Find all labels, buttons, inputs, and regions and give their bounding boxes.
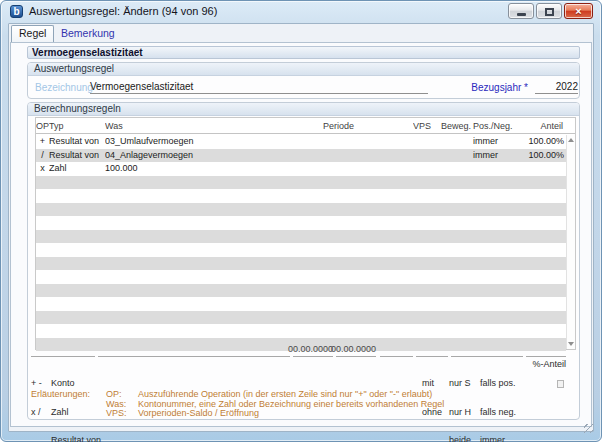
table-row[interactable] xyxy=(36,257,566,271)
table-row[interactable] xyxy=(36,311,566,325)
cell-typ: Zahl xyxy=(49,162,105,176)
erl-text: Vorperioden-Saldo / Eröffnung xyxy=(138,409,259,419)
table-row[interactable] xyxy=(36,230,566,244)
entry-field-op[interactable] xyxy=(31,356,95,357)
resize-grip-icon[interactable] xyxy=(584,424,593,433)
cell-periode xyxy=(323,135,413,149)
window-title: Auswertungsregel: Ändern (94 von 96) xyxy=(29,5,217,17)
cell-posneg xyxy=(473,189,517,203)
cell-posneg xyxy=(473,284,517,298)
table-row[interactable] xyxy=(36,176,566,190)
cell-anteil xyxy=(517,257,566,271)
entry-field-anteil[interactable] xyxy=(526,356,566,357)
cell-typ xyxy=(49,284,105,298)
entry-field-was[interactable] xyxy=(98,356,290,357)
cell-posneg xyxy=(473,297,517,311)
minimize-button[interactable] xyxy=(508,3,534,19)
table-row[interactable] xyxy=(36,216,566,230)
cell-was xyxy=(105,324,323,338)
entry-field-date1[interactable] xyxy=(293,356,333,357)
rule-title-bar: Vermoegenselastizitaet xyxy=(27,46,580,59)
bezeichnung-field[interactable]: Vermoegenselastizitaet xyxy=(90,80,428,94)
table-scrollbar[interactable] xyxy=(566,135,575,349)
cell-beweg xyxy=(441,338,473,352)
cell-vps xyxy=(413,203,441,217)
cell-beweg xyxy=(441,243,473,257)
col-vps: VPS xyxy=(413,121,441,131)
cell-typ xyxy=(49,297,105,311)
periode-bis-value[interactable]: 00.00.0000 xyxy=(316,344,376,355)
entry-field-beweg[interactable] xyxy=(416,356,448,357)
cell-posneg xyxy=(473,162,517,176)
cell-op xyxy=(36,338,49,352)
close-button[interactable]: × xyxy=(564,3,593,19)
table-row[interactable] xyxy=(36,284,566,298)
cell-typ: Resultat von xyxy=(49,135,105,149)
entry-field-vps[interactable] xyxy=(380,356,413,357)
cell-typ xyxy=(49,324,105,338)
cell-typ xyxy=(49,243,105,257)
table-row[interactable] xyxy=(36,189,566,203)
anteil-unit-box[interactable] xyxy=(557,380,564,388)
cell-vps xyxy=(413,311,441,325)
client-area: Regel Bemerkung Vermoegenselastizitaet A… xyxy=(8,23,594,432)
cell-posneg xyxy=(473,257,517,271)
cell-anteil xyxy=(517,284,566,298)
chevron-down-icon[interactable] xyxy=(568,342,574,346)
cell-vps xyxy=(413,324,441,338)
cell-anteil xyxy=(517,297,566,311)
cell-periode xyxy=(323,297,413,311)
entry-field-posneg[interactable] xyxy=(451,356,523,357)
cell-op xyxy=(36,284,49,298)
cell-posneg xyxy=(473,243,517,257)
cell-posneg xyxy=(473,176,517,190)
col-anteil: Anteil xyxy=(517,121,565,131)
tab-regel[interactable]: Regel xyxy=(11,25,54,42)
cell-vps xyxy=(413,297,441,311)
cell-was xyxy=(105,284,323,298)
col-beweg: Beweg. xyxy=(441,121,473,131)
tab-page: Vermoegenselastizitaet Auswertungsregel … xyxy=(10,42,592,427)
group-berechnungsregeln-header: Berechnungsregeln xyxy=(28,103,579,116)
tab-bemerkung[interactable]: Bemerkung xyxy=(54,26,122,42)
cell-anteil xyxy=(517,270,566,284)
cell-anteil: 100.00% xyxy=(517,149,566,163)
cell-typ xyxy=(49,270,105,284)
cell-vps xyxy=(413,284,441,298)
cell-periode xyxy=(323,176,413,190)
cell-beweg xyxy=(441,230,473,244)
table-row[interactable] xyxy=(36,324,566,338)
cell-anteil xyxy=(517,162,566,176)
table-row[interactable] xyxy=(36,243,566,257)
table-row[interactable]: /Resultat von04_Anlagevermoegenimmer100.… xyxy=(36,149,566,163)
table-row[interactable]: +Resultat von03_Umlaufvermoegenimmer100.… xyxy=(36,135,566,149)
chevron-up-icon[interactable] xyxy=(568,138,574,142)
cell-typ xyxy=(49,176,105,190)
rules-table-body: +Resultat von03_Umlaufvermoegenimmer100.… xyxy=(36,135,566,349)
cell-was xyxy=(105,311,323,325)
cell-periode xyxy=(323,189,413,203)
table-row[interactable] xyxy=(36,270,566,284)
group-berechnungsregeln: Berechnungsregeln OP Typ Was Periode VPS… xyxy=(27,102,580,420)
cell-periode xyxy=(323,230,413,244)
cell-anteil xyxy=(517,176,566,190)
cell-op xyxy=(36,297,49,311)
bezugsjahr-field[interactable]: 2022 xyxy=(535,80,578,94)
cell-periode xyxy=(323,270,413,284)
cell-op: x xyxy=(36,162,49,176)
table-row[interactable]: xZahl100.000 xyxy=(36,162,566,176)
cell-posneg xyxy=(473,311,517,325)
cell-vps xyxy=(413,189,441,203)
cell-op xyxy=(36,189,49,203)
cell-posneg xyxy=(473,338,517,352)
maximize-button[interactable] xyxy=(536,3,562,19)
cell-op xyxy=(36,257,49,271)
table-row[interactable] xyxy=(36,203,566,217)
entry-field-date2[interactable] xyxy=(336,356,376,357)
table-header-row: OP Typ Was Periode VPS Beweg. Pos./Neg. … xyxy=(36,118,575,134)
cell-posneg xyxy=(473,270,517,284)
cell-typ xyxy=(49,311,105,325)
cell-typ xyxy=(49,203,105,217)
table-row[interactable] xyxy=(36,297,566,311)
cell-vps xyxy=(413,230,441,244)
